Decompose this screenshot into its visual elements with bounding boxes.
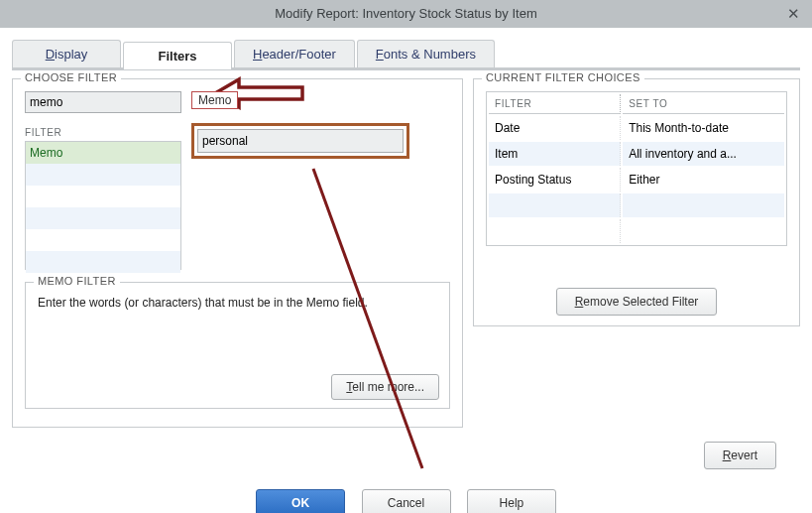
filter-list-item [26, 229, 180, 251]
help-button[interactable]: Help [467, 489, 556, 513]
choices-col-setto: SET TO [623, 94, 784, 114]
filter-list-item [26, 186, 180, 207]
current-choices-legend: CURRENT FILTER CHOICES [482, 71, 644, 83]
filter-list-item [26, 251, 180, 273]
choices-row[interactable]: Date This Month-to-date [489, 116, 784, 140]
filter-value-highlight [191, 123, 409, 159]
tell-me-more-button[interactable]: Tell me more... [331, 374, 439, 400]
memo-filter-legend: MEMO FILTER [34, 275, 120, 287]
filter-value-input[interactable] [197, 129, 404, 153]
choices-col-filter: FILTER [489, 94, 621, 114]
tabs: Display Filters Header/Footer Fonts & Nu… [12, 40, 800, 70]
titlebar: Modify Report: Inventory Stock Status by… [0, 0, 812, 28]
choices-row [489, 219, 784, 243]
current-choices-table: FILTER SET TO Date This Month-to-date It… [486, 91, 787, 246]
filter-column-label: FILTER [25, 127, 181, 138]
tab-display[interactable]: Display [12, 40, 121, 67]
ok-button[interactable]: OK [256, 489, 345, 513]
choices-row[interactable]: Item All inventory and a... [489, 142, 784, 166]
choices-row[interactable]: Posting Status Either [489, 168, 784, 192]
filter-list[interactable]: Memo [25, 141, 181, 270]
tab-filters[interactable]: Filters [123, 42, 232, 69]
filter-search-input[interactable] [25, 91, 181, 113]
tab-fonts-numbers[interactable]: Fonts & Numbers [357, 40, 495, 67]
tab-header-footer[interactable]: Header/Footer [234, 40, 355, 67]
filter-list-item [26, 164, 180, 186]
remove-selected-filter-button[interactable]: Remove Selected Filter [556, 288, 718, 316]
close-icon[interactable]: ✕ [787, 0, 800, 28]
revert-button[interactable]: Revert [704, 442, 776, 469]
current-filter-choices-group: CURRENT FILTER CHOICES FILTER SET TO Dat… [473, 78, 800, 326]
choose-filter-group: CHOOSE FILTER FILTER Memo [12, 78, 463, 428]
choices-row [489, 193, 784, 217]
memo-filter-group: MEMO FILTER Enter the words (or characte… [25, 282, 450, 409]
filter-list-item [26, 207, 180, 229]
window-title: Modify Report: Inventory Stock Status by… [275, 6, 536, 21]
memo-filter-hint: Enter the words (or characters) that mus… [38, 295, 437, 312]
cancel-button[interactable]: Cancel [362, 489, 451, 513]
filter-value-chip: Memo [191, 91, 238, 109]
choose-filter-legend: CHOOSE FILTER [21, 71, 121, 83]
filter-list-item[interactable]: Memo [26, 142, 180, 164]
